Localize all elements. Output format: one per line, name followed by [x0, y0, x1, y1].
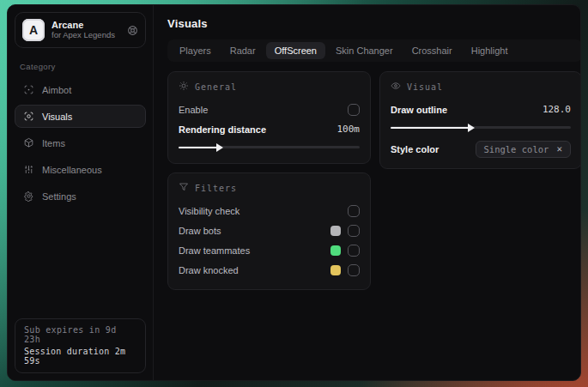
draw-bots-color-swatch[interactable] [330, 226, 341, 236]
enable-checkbox[interactable] [348, 104, 360, 116]
draw-bots-row: Draw bots [179, 221, 360, 239]
draw-outline-slider[interactable] [391, 121, 571, 133]
sidebar-item-label: Aimbot [42, 85, 71, 95]
slider-thumb[interactable] [468, 124, 475, 132]
slider-thumb[interactable] [216, 143, 223, 152]
funnel-icon [179, 182, 189, 194]
draw-knocked-color-swatch[interactable] [330, 265, 341, 275]
visibility-check-checkbox[interactable] [348, 205, 360, 217]
filters-panel: Filters Visibility check Draw bots [167, 172, 371, 290]
tab-crosshair[interactable]: Crosshair [403, 42, 461, 59]
style-color-label: Style color [391, 144, 439, 154]
scan-eye-icon [23, 111, 34, 122]
visual-panel: Visual Draw outline 128.0 Style color [379, 71, 581, 169]
style-color-select[interactable]: Single color ✕ [476, 141, 571, 158]
brand-card: A Arcane for Apex Legends [15, 12, 146, 48]
close-icon[interactable]: ✕ [556, 144, 562, 154]
sidebar-item-settings[interactable]: Settings [15, 184, 146, 208]
sub-expires-text: Sub expires in 9d 23h [24, 325, 136, 344]
visibility-check-row: Visibility check [179, 202, 360, 220]
session-duration-text: Session duration 2m 59s [24, 347, 136, 366]
lifebuoy-icon[interactable] [127, 25, 138, 36]
sidebar: A Arcane for Apex Legends Category Aimbo… [8, 5, 154, 380]
eye-icon [391, 81, 401, 93]
sidebar-item-label: Settings [42, 191, 76, 202]
panel-title: Visual [407, 82, 443, 92]
draw-teammates-checkbox[interactable] [348, 245, 360, 257]
page-title: Visuals [167, 17, 581, 30]
general-panel: General Enable Rendering distance 100m [167, 71, 371, 164]
draw-knocked-checkbox[interactable] [348, 264, 360, 276]
app-window: A Arcane for Apex Legends Category Aimbo… [7, 4, 581, 381]
gear-icon [23, 190, 34, 202]
brand-logo: A [22, 19, 45, 41]
cube-icon [23, 137, 34, 148]
tab-players[interactable]: Players [171, 42, 220, 59]
subscription-info: Sub expires in 9d 23h Session duration 2… [15, 318, 146, 373]
tab-skin-changer[interactable]: Skin Changer [327, 42, 402, 59]
sidebar-item-label: Items [42, 138, 65, 148]
sliders-icon [23, 164, 34, 175]
tab-highlight[interactable]: Highlight [463, 42, 517, 59]
panel-title: General [195, 82, 237, 92]
sidebar-item-label: Visuals [42, 112, 72, 122]
sun-icon [179, 81, 189, 93]
tab-bar: Players Radar OffScreen Skin Changer Cro… [167, 39, 581, 62]
style-color-row: Style color Single color ✕ [391, 140, 571, 158]
sidebar-item-label: Miscellaneous [42, 165, 102, 175]
draw-outline-row: Draw outline 128.0 [391, 100, 571, 118]
rendering-distance-slider[interactable] [179, 141, 360, 153]
enable-row: Enable [179, 100, 360, 118]
tab-offscreen[interactable]: OffScreen [266, 42, 325, 59]
panel-title: Filters [195, 184, 237, 193]
rendering-distance-row: Rendering distance 100m [179, 120, 360, 138]
visibility-check-label: Visibility check [179, 206, 239, 216]
category-label: Category [20, 62, 141, 71]
sidebar-item-aimbot[interactable]: Aimbot [15, 78, 146, 101]
draw-teammates-label: Draw teammates [179, 245, 250, 256]
brand-name: Arcane [52, 20, 120, 31]
sidebar-item-visuals[interactable]: Visuals [15, 105, 146, 128]
rendering-distance-value: 100m [337, 124, 361, 135]
draw-teammates-color-swatch[interactable] [330, 245, 341, 256]
crosshair-icon [23, 84, 34, 95]
sidebar-nav: Aimbot Visuals Items Miscellaneous [15, 78, 146, 208]
draw-bots-checkbox[interactable] [348, 225, 360, 237]
draw-knocked-label: Draw knocked [179, 265, 239, 275]
draw-bots-label: Draw bots [179, 226, 221, 236]
enable-label: Enable [179, 105, 208, 115]
draw-teammates-row: Draw teammates [179, 241, 360, 259]
tab-radar[interactable]: Radar [221, 42, 264, 59]
brand-subtitle: for Apex Legends [52, 31, 120, 40]
draw-outline-label: Draw outline [391, 105, 447, 115]
sidebar-item-miscellaneous[interactable]: Miscellaneous [15, 158, 146, 181]
draw-knocked-row: Draw knocked [179, 261, 360, 279]
main-content: Visuals Players Radar OffScreen Skin Cha… [154, 5, 581, 380]
draw-outline-value: 128.0 [543, 104, 571, 115]
sidebar-item-items[interactable]: Items [15, 131, 146, 154]
rendering-distance-label: Rendering distance [179, 124, 266, 135]
style-color-selected-value: Single color [484, 144, 549, 154]
